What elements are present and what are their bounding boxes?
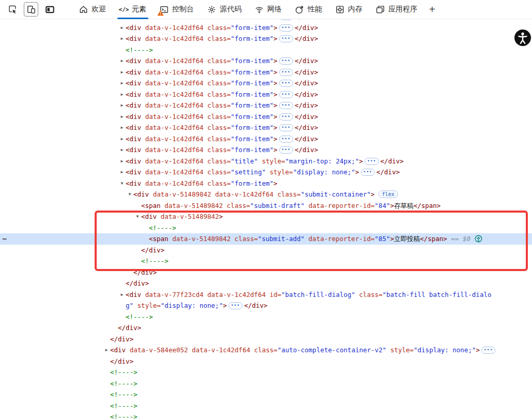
inline-expand-button[interactable]: ••• (279, 124, 293, 131)
dom-tree-row[interactable]: </div> (0, 267, 532, 278)
tab-network[interactable]: 网络 (248, 0, 288, 19)
dom-tree-row[interactable]: <!----> (0, 367, 532, 378)
dom-token-val: "display: none;" (414, 346, 476, 354)
inline-expand-button[interactable]: ••• (364, 158, 378, 165)
dom-token-attr: data-v-1c42df64 (141, 146, 203, 154)
dom-tree-row[interactable]: ▶<div data-v-584ee052 data-v-1c42df64 cl… (0, 345, 532, 356)
dom-token-attr: class= (204, 157, 231, 165)
dom-tree-row[interactable]: ▶<div data-v-1c42df64 class="form-item">… (0, 22, 532, 34)
inline-expand-button[interactable]: ••• (229, 302, 242, 309)
inline-expand-button[interactable]: ••• (279, 35, 293, 42)
dom-tree-row[interactable]: g" style="display: none;">•••</div> (0, 300, 532, 311)
dom-token-tag: > (273, 179, 278, 187)
dom-tree-row[interactable]: <!----> (0, 411, 532, 419)
selected-row-menu-button[interactable]: ⋯ (3, 233, 7, 245)
inline-expand-button[interactable]: ••• (279, 113, 293, 121)
expand-arrow-icon[interactable]: ▶ (119, 100, 125, 111)
tab-sources[interactable]: 源代码 (201, 0, 248, 19)
dom-tree-row[interactable]: <!----> (0, 256, 532, 267)
dom-tree-row[interactable]: </div> (0, 322, 532, 334)
dom-tree-row[interactable]: <!----> (0, 222, 532, 234)
tab-welcome[interactable]: 欢迎 (72, 0, 113, 19)
expand-arrow-icon[interactable]: ▶ (119, 156, 125, 167)
dom-tree-row[interactable]: ▶<div data-v-1c42df64 class="form-item">… (0, 67, 532, 78)
inline-expand-button[interactable]: ••• (279, 19, 293, 20)
accessibility-overlay-button[interactable] (514, 29, 531, 47)
dom-token-tag: > (223, 302, 227, 309)
flex-badge[interactable]: flex (378, 190, 398, 198)
tab-elements[interactable]: </>元素 (113, 0, 153, 19)
tab-memory[interactable]: 内存 (329, 0, 369, 19)
inline-expand-button[interactable]: ••• (279, 102, 293, 109)
dom-tree-row[interactable]: ▶<div data-v-1c42df64 class="form-item">… (0, 144, 532, 156)
expand-arrow-icon[interactable]: ▶ (119, 22, 125, 34)
inline-expand-button[interactable]: ••• (279, 91, 293, 98)
expand-arrow-icon[interactable]: ▶ (119, 111, 125, 123)
more-tabs-button[interactable]: + (424, 0, 440, 19)
dom-tree-row[interactable]: ▼<div data-v-51489842> (0, 211, 532, 222)
collapse-arrow-icon[interactable]: ▼ (119, 178, 125, 189)
memory-icon (336, 5, 344, 14)
dom-tree-row[interactable]: ▼<div data-v-51489842 data-v-1c42df64 cl… (0, 189, 532, 200)
inline-expand-button[interactable]: ••• (279, 136, 293, 143)
dom-token-attr: class= (250, 346, 278, 354)
dom-tree-row[interactable]: ▶<div data-v-1c42df64 class="form-item">… (0, 78, 532, 89)
expand-arrow-icon[interactable]: ▶ (119, 33, 125, 44)
dom-tree-row[interactable]: <!----> (0, 311, 532, 323)
dock-side-button[interactable] (42, 2, 57, 17)
dom-token-tag: <div (126, 291, 141, 298)
tab-console[interactable]: 控制台 (153, 0, 201, 19)
dom-tree-row[interactable]: ▶<div data-v-1c42df64 class="title" styl… (0, 156, 532, 167)
dom-tree-row[interactable]: </div> (0, 334, 532, 345)
tab-application[interactable]: 应用程序 (369, 0, 424, 19)
dom-tree-row[interactable]: </div> (0, 278, 532, 289)
inline-expand-button[interactable]: ••• (279, 80, 293, 87)
inline-expand-button[interactable]: ••• (361, 169, 375, 176)
expand-arrow-icon[interactable]: ▶ (119, 78, 125, 89)
dom-tree-row[interactable]: ▶<div data-v-1c42df64 class="form-item">… (0, 100, 532, 111)
collapse-arrow-icon[interactable]: ▼ (134, 211, 141, 222)
dom-token-attr: class= (204, 135, 231, 143)
dom-tree-row[interactable]: <!----> (0, 378, 532, 390)
dom-tree-row[interactable]: <!----> (0, 389, 532, 400)
expand-arrow-icon[interactable]: ▶ (119, 144, 125, 156)
tab-performance[interactable]: 性能 (288, 0, 329, 19)
expand-arrow-icon[interactable]: ▶ (119, 122, 125, 133)
dom-tree-row[interactable]: </div> (0, 245, 532, 256)
expand-arrow-icon[interactable]: ▶ (119, 289, 125, 301)
dom-tree-row[interactable]: <!----> (0, 44, 532, 56)
device-emulation-button[interactable] (24, 2, 38, 17)
dom-tree-row[interactable]: ▶<div data-v-1c42df64 class="form-item">… (0, 33, 532, 44)
expand-arrow-icon[interactable]: ▶ (103, 345, 110, 356)
expand-arrow-icon[interactable]: ▶ (119, 67, 125, 78)
dom-tree-row[interactable]: ▼<div data-v-1c42df64 class="form-item"> (0, 178, 532, 189)
dom-tree-row[interactable]: <span data-v-51489842 class="submit-draf… (0, 200, 532, 212)
dom-tree-row-selected[interactable]: ⋯<span data-v-51489842 class="submit-add… (0, 233, 532, 245)
dom-tree-row[interactable]: ▶<div data-v-1c42df64 class="setting" st… (0, 167, 532, 178)
expand-arrow-icon[interactable]: ▶ (119, 167, 125, 178)
dom-tree-row[interactable]: ▶<div data-v-1c42df64 class="form-item">… (0, 55, 532, 67)
expand-arrow-icon[interactable]: ▶ (119, 89, 125, 100)
inline-expand-button[interactable]: ••• (279, 24, 293, 32)
inline-expand-button[interactable]: ••• (481, 347, 495, 354)
inline-expand-button[interactable]: ••• (279, 57, 293, 65)
expand-arrow-icon[interactable]: ▶ (119, 55, 125, 67)
dom-tree-row[interactable]: </div> (0, 356, 532, 367)
dom-token-attr: data-v-1c42df64 (141, 24, 203, 32)
console-icon (160, 5, 169, 14)
dom-tree-row[interactable]: <!----> (0, 400, 532, 412)
dom-token-tag: <div (141, 213, 157, 220)
dom-token-tag: <div (126, 24, 141, 32)
dom-tree-row[interactable]: ▶<div data-v-1c42df64 class="form-item">… (0, 111, 532, 123)
dom-tree-row[interactable]: ▶<div data-v-77f23cd4 data-v-1c42df64 id… (0, 289, 532, 301)
dom-token-val: "submit-draft" (250, 202, 305, 210)
inspect-element-button[interactable] (5, 2, 20, 17)
expand-arrow-icon[interactable]: ▶ (119, 133, 125, 145)
inline-expand-button[interactable]: ••• (279, 69, 293, 76)
collapse-arrow-icon[interactable]: ▼ (127, 189, 133, 200)
dom-token-tag: <div (133, 190, 149, 198)
dom-tree-row[interactable]: ▶<div data-v-1c42df64 class="form-item">… (0, 122, 532, 133)
dom-tree-row[interactable]: ▶<div data-v-1c42df64 class="form-item">… (0, 89, 532, 100)
dom-tree-row[interactable]: ▶<div data-v-1c42df64 class="form-item">… (0, 133, 532, 145)
inline-expand-button[interactable]: ••• (279, 146, 293, 154)
